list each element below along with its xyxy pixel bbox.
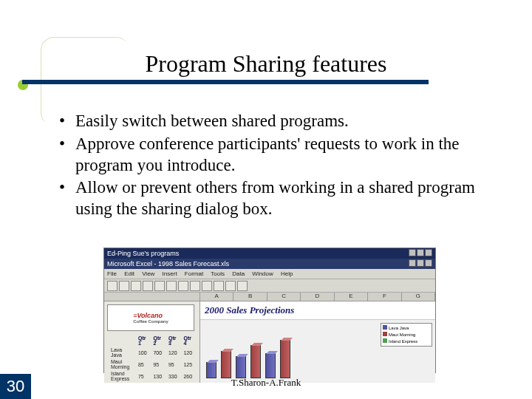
toolbar-icon (143, 281, 153, 291)
chart-bar (206, 362, 216, 379)
menu-item: File (107, 270, 117, 277)
slide-title-wrap: Program Sharing features (0, 50, 532, 78)
toolbar-icon (119, 281, 129, 291)
brand-sub: Coffee Company (133, 319, 168, 324)
col-header: B (233, 293, 267, 301)
table-row: Maui Morning 85 95 95 125 (109, 359, 195, 369)
data-table: Qtr 1 Qtr 2 Qtr 3 Qtr 4 Lava Java 100 70… (107, 334, 197, 383)
toolbar-icon (178, 281, 188, 291)
brand-card: ≡Volcano Coffee Company (107, 304, 194, 331)
spreadsheet-right: 2000 Sales Projections Lava Java Maui Mo… (200, 301, 435, 383)
slide-title: Program Sharing features (145, 50, 386, 77)
col-header: F (368, 293, 401, 301)
col-header: A (200, 293, 233, 301)
toolbar-icon (202, 281, 212, 291)
chart-bar (265, 353, 276, 378)
window-title: Ed-Ping Sue's programs (107, 250, 179, 257)
chart-bar (236, 356, 246, 378)
spreadsheet-col-headers: A B C D E F G (104, 293, 435, 301)
bar-chart: Lava Java Maui Morning Island Express (200, 319, 435, 383)
legend-item: Maui Morning (383, 332, 430, 338)
menu-bar: File Edit View Insert Format Tools Data … (104, 269, 435, 279)
chart-bar (280, 340, 290, 379)
menu-item: Help (281, 270, 293, 277)
app-window-controls (408, 259, 432, 268)
chart-bar (221, 351, 231, 379)
col-header: C (267, 293, 301, 301)
window-titlebar: Ed-Ping Sue's programs (104, 248, 435, 259)
menu-item: Edit (124, 270, 134, 277)
toolbar-icon (214, 281, 224, 291)
legend-item: Island Express (383, 338, 430, 345)
app-title: Microsoft Excel - 1998 Sales Forecast.xl… (107, 260, 229, 267)
legend-item: Lava Java (383, 325, 430, 332)
page-number: 30 (0, 374, 31, 399)
table-row: Lava Java 100 700 120 120 (109, 347, 195, 358)
col-header: G (402, 293, 435, 301)
menu-item: View (142, 270, 154, 277)
brand-name: ≡Volcano (133, 312, 163, 319)
bullet-item: Approve conference participants' request… (59, 134, 495, 177)
toolbar-icon (166, 281, 177, 291)
menu-item: Insert (163, 270, 177, 277)
col-header: D (301, 293, 334, 301)
embedded-screenshot: Ed-Ping Sue's programs Microsoft Excel -… (103, 248, 436, 373)
menu-item: Tools (211, 270, 225, 277)
toolbar-icon (190, 281, 200, 291)
toolbar-icon (237, 281, 248, 291)
chart-title: 2000 Sales Projections (200, 301, 435, 319)
chart-legend: Lava Java Maui Morning Island Express (381, 323, 432, 347)
toolbar-icon (131, 281, 141, 291)
bullet-item: Allow or prevent others from working in … (59, 177, 495, 220)
spreadsheet-left: ≡Volcano Coffee Company Qtr 1 Qtr 2 Qtr … (104, 301, 200, 383)
bullet-item: Easily switch between shared programs. (59, 111, 495, 132)
menu-item: Data (232, 270, 245, 277)
chart-bar (250, 345, 261, 378)
app-titlebar: Microsoft Excel - 1998 Sales Forecast.xl… (104, 259, 435, 269)
footer-credit: T.Sharon-A.Frank (0, 377, 532, 389)
toolbar-icon (107, 281, 117, 291)
bullet-list: Easily switch between shared programs. A… (59, 111, 495, 222)
menu-item: Window (252, 270, 273, 277)
toolbar-icon (154, 281, 165, 291)
menu-item: Format (185, 270, 203, 277)
toolbar (104, 279, 435, 293)
toolbar-icon (225, 281, 236, 291)
col-header: E (335, 293, 368, 301)
title-underline (22, 80, 429, 84)
window-controls (408, 249, 432, 258)
